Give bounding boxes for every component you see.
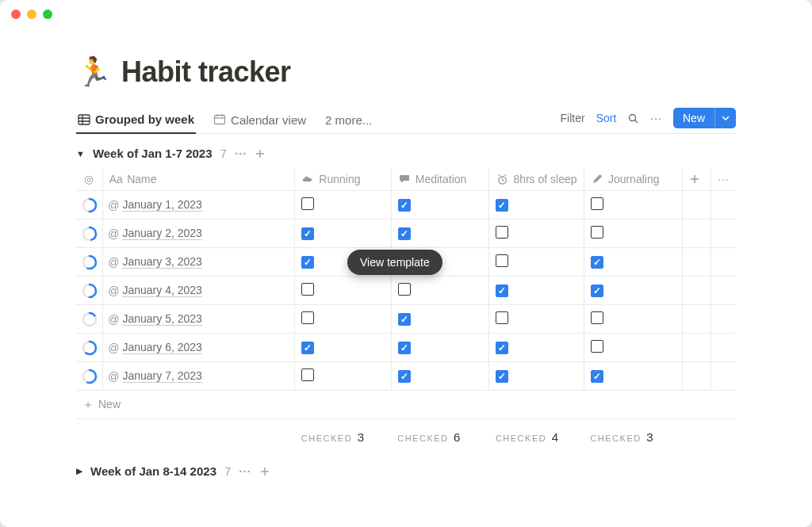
col-journaling[interactable]: Journaling xyxy=(584,168,682,191)
group-add-icon[interactable] xyxy=(259,466,270,477)
checkbox[interactable] xyxy=(496,311,508,324)
sort-button[interactable]: Sort xyxy=(596,112,617,124)
checkbox[interactable] xyxy=(398,342,411,354)
add-row-button[interactable]: ＋New xyxy=(76,391,736,419)
new-button[interactable]: New xyxy=(673,108,736,128)
group-header-week1[interactable]: ▼ Week of Jan 1-7 2023 7 ··· xyxy=(76,134,736,168)
checkbox[interactable] xyxy=(591,370,603,383)
checkbox[interactable] xyxy=(591,311,603,324)
habit-table: ◎ AaName Running Meditation 8hrs of slee… xyxy=(76,168,736,449)
checkbox[interactable] xyxy=(496,285,508,297)
col-name[interactable]: AaName xyxy=(103,168,295,191)
svg-point-8 xyxy=(630,114,636,120)
checkbox[interactable] xyxy=(591,256,603,269)
collapse-toggle-icon[interactable]: ▼ xyxy=(76,149,85,158)
alarm-icon xyxy=(496,174,508,185)
mention-icon: @ xyxy=(108,256,119,269)
row-name[interactable]: @January 1, 2023 xyxy=(103,198,294,212)
group-add-icon[interactable] xyxy=(255,148,266,159)
table-row[interactable]: @January 7, 2023 xyxy=(76,362,736,391)
checkbox[interactable] xyxy=(398,256,411,269)
row-date: January 1, 2023 xyxy=(122,198,201,212)
table-row[interactable]: @January 2, 2023 xyxy=(76,220,736,248)
checkbox[interactable] xyxy=(301,227,314,240)
table-row[interactable]: @January 5, 2023 xyxy=(76,305,736,334)
filter-button[interactable]: Filter xyxy=(561,112,585,124)
row-name[interactable]: @January 6, 2023 xyxy=(103,341,294,354)
page-header: 🏃 Habit tracker xyxy=(76,55,736,89)
mention-icon: @ xyxy=(108,370,119,383)
checkbox[interactable] xyxy=(301,197,314,210)
summary-meditation: CHECKED 6 xyxy=(391,419,489,449)
tab-calendar-view[interactable]: Calendar view xyxy=(212,109,308,133)
more-options-icon[interactable]: ··· xyxy=(650,112,662,124)
checkbox[interactable] xyxy=(591,285,603,297)
row-date: January 5, 2023 xyxy=(122,312,201,326)
svg-line-16 xyxy=(504,174,506,175)
minimize-window-button[interactable] xyxy=(27,10,36,19)
summary-sleep: CHECKED 4 xyxy=(489,419,584,449)
group-header-week2[interactable]: ▶ Week of Jan 8-14 2023 7 ··· xyxy=(76,449,736,486)
table-row[interactable]: @January 6, 2023 xyxy=(76,334,736,362)
group-title: Week of Jan 1-7 2023 xyxy=(93,147,213,160)
checkbox[interactable] xyxy=(301,256,314,269)
search-icon[interactable] xyxy=(627,113,639,124)
col-label: Meditation xyxy=(416,173,467,185)
close-window-button[interactable] xyxy=(11,10,21,19)
new-button-dropdown[interactable] xyxy=(714,108,736,128)
checkbox[interactable] xyxy=(591,226,603,239)
group-count: 7 xyxy=(224,464,231,478)
progress-ring-icon xyxy=(82,254,98,270)
checkbox[interactable] xyxy=(301,311,314,324)
group-more-icon[interactable]: ··· xyxy=(235,147,247,160)
checkbox[interactable] xyxy=(398,283,411,296)
row-name[interactable]: @January 3, 2023 xyxy=(103,255,294,269)
group-more-icon[interactable]: ··· xyxy=(239,464,251,478)
checkbox[interactable] xyxy=(496,226,508,239)
table-icon xyxy=(78,113,90,126)
tab-more-views[interactable]: 2 more... xyxy=(324,109,373,133)
col-sleep[interactable]: 8hrs of sleep xyxy=(489,168,584,191)
page-emoji[interactable]: 🏃 xyxy=(76,55,112,89)
progress-ring-icon xyxy=(82,197,98,213)
checkbox[interactable] xyxy=(301,342,314,354)
table-row[interactable]: @January 1, 2023 xyxy=(76,191,736,220)
mention-icon: @ xyxy=(108,199,119,212)
more-views-label: 2 more... xyxy=(325,113,372,127)
table-row[interactable]: @January 4, 2023 xyxy=(76,277,736,305)
add-column-button[interactable] xyxy=(682,168,711,191)
pencil-icon xyxy=(591,174,603,185)
checkbox[interactable] xyxy=(398,370,411,383)
chat-icon xyxy=(398,174,411,185)
checkbox[interactable] xyxy=(591,340,603,353)
row-name[interactable]: @January 4, 2023 xyxy=(103,284,294,297)
row-name[interactable]: @January 5, 2023 xyxy=(103,312,294,326)
checkbox[interactable] xyxy=(591,197,603,210)
checkbox[interactable] xyxy=(496,342,508,354)
col-label: Running xyxy=(319,173,360,185)
checkbox[interactable] xyxy=(496,199,508,212)
progress-ring-icon xyxy=(82,226,98,242)
group-title: Week of Jan 8-14 2023 xyxy=(90,464,216,478)
checkbox[interactable] xyxy=(398,227,411,240)
col-running[interactable]: Running xyxy=(295,168,391,191)
col-name-label: Name xyxy=(127,173,156,185)
checkbox[interactable] xyxy=(398,199,411,212)
tab-grouped-by-week[interactable]: Grouped by week xyxy=(76,108,196,134)
row-name[interactable]: @January 2, 2023 xyxy=(103,227,294,240)
checkbox[interactable] xyxy=(496,254,508,267)
checkbox[interactable] xyxy=(496,370,508,383)
table-more-icon[interactable]: ··· xyxy=(711,168,736,191)
row-name[interactable]: @January 7, 2023 xyxy=(103,369,294,383)
expand-toggle-icon[interactable]: ▶ xyxy=(76,466,82,476)
page-title[interactable]: Habit tracker xyxy=(121,55,291,89)
svg-line-15 xyxy=(499,174,500,175)
row-date: January 3, 2023 xyxy=(122,255,201,269)
checkbox[interactable] xyxy=(301,283,314,296)
table-row[interactable]: @January 3, 2023 xyxy=(76,248,736,277)
checkbox[interactable] xyxy=(301,369,314,381)
checkbox[interactable] xyxy=(398,313,411,326)
new-button-label[interactable]: New xyxy=(673,108,714,128)
col-meditation[interactable]: Meditation xyxy=(391,168,489,191)
maximize-window-button[interactable] xyxy=(43,10,52,19)
